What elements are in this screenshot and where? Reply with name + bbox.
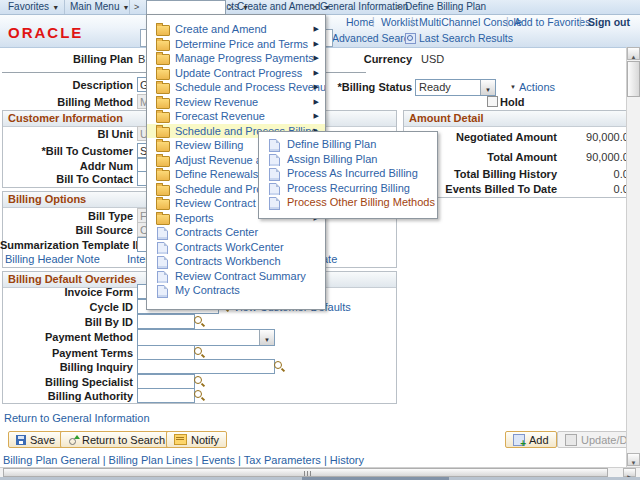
- bill-by-id-lookup-icon[interactable]: [194, 316, 205, 327]
- home-link[interactable]: Home: [346, 16, 374, 28]
- menu-item-review-revenue[interactable]: Review Revenue▶: [147, 95, 325, 110]
- payment-terms-input[interactable]: [137, 345, 195, 360]
- menu-item-schedule-and-process-revenue[interactable]: Schedule and Process Revenue▶: [147, 80, 325, 95]
- menu-item-update-contract-progress[interactable]: Update Contract Progress▶: [147, 66, 325, 81]
- scroll-up-icon: ▲: [631, 54, 637, 60]
- currency-label: Currency: [330, 53, 412, 65]
- dropdown-arrow-button[interactable]: ▼: [259, 330, 274, 345]
- scroll-right-button[interactable]: ▶: [623, 468, 636, 477]
- invoice-form-label: Invoice Form: [0, 286, 133, 298]
- breadcrumb-separator: >: [396, 2, 401, 12]
- negotiated-amount-value: 90,000.00: [556, 131, 635, 143]
- header-link-separator: |: [411, 16, 414, 27]
- breadcrumb-define-billing-plan[interactable]: Define Billing Plan: [405, 1, 486, 12]
- sign-out-link[interactable]: Sign out: [588, 16, 630, 28]
- billing-header-note-link[interactable]: Billing Header Note: [5, 253, 100, 265]
- description-label: Description: [0, 79, 133, 91]
- menu-item-contracts-center[interactable]: Contracts Center: [147, 225, 325, 240]
- tab-events[interactable]: Events: [201, 454, 235, 466]
- actions-link[interactable]: Actions: [519, 81, 555, 93]
- submenu-arrow-icon: ▶: [314, 51, 319, 66]
- menu-item-contracts-workbench[interactable]: Contracts Workbench: [147, 254, 325, 269]
- submenu-item-assign-billing-plan[interactable]: Assign Billing Plan: [259, 152, 437, 167]
- billing-inquiry-lookup-icon[interactable]: [274, 361, 285, 372]
- billing-specialist-label: Billing Specialist: [0, 376, 133, 388]
- menu-item-manage-progress-payments[interactable]: Manage Progress Payments▶: [147, 51, 325, 66]
- last-search-results-icon: [405, 33, 416, 44]
- payment-method-select[interactable]: ▼: [137, 329, 275, 346]
- tab-tax-parameters[interactable]: Tax Parameters: [244, 454, 321, 466]
- last-search-results-link[interactable]: Last Search Results: [419, 32, 513, 44]
- billing-status-select[interactable]: Ready ▼: [415, 79, 496, 96]
- breadcrumb-create-and-amend[interactable]: Create and Amend▼: [237, 1, 330, 12]
- billing-authority-lookup-icon[interactable]: [194, 390, 205, 401]
- billing-plan-label: Billing Plan: [0, 53, 133, 65]
- scroll-down-icon: ▼: [631, 460, 637, 466]
- notify-button[interactable]: Notify: [166, 431, 227, 448]
- bill-to-contact-label: Bill To Contact: [0, 173, 133, 185]
- tab-billing-plan-general[interactable]: Billing Plan General: [3, 454, 100, 466]
- horizontal-scrollbar-thumb[interactable]: [3, 468, 608, 477]
- advanced-search-link[interactable]: Advanced Search: [332, 32, 415, 44]
- vertical-scrollbar[interactable]: ▲ ▼: [626, 47, 640, 467]
- payment-terms-label: Payment Terms: [0, 347, 133, 359]
- breadcrumb-divider: [64, 0, 65, 14]
- billing-inquiry-input[interactable]: [137, 359, 275, 374]
- payment-terms-lookup-icon[interactable]: [194, 347, 205, 358]
- submenu-item-define-billing-plan[interactable]: Define Billing Plan: [259, 137, 437, 152]
- cycle-id-label: Cycle ID: [0, 301, 133, 313]
- summarization-template-id-label: Summarization Template ID: [0, 239, 133, 251]
- page-icon: [269, 154, 280, 167]
- add-button[interactable]: Add: [505, 431, 557, 448]
- vertical-scrollbar-thumb[interactable]: [627, 61, 640, 97]
- menu-item-create-and-amend[interactable]: Create and Amend▶: [147, 22, 325, 37]
- update-display-icon: [565, 434, 577, 446]
- folder-icon: [156, 199, 170, 210]
- save-button[interactable]: Save: [8, 431, 63, 448]
- submenu-item-process-recurring-billing[interactable]: Process Recurring Billing: [259, 181, 437, 196]
- submenu-arrow-icon: ▶: [314, 37, 319, 52]
- bill-by-id-input[interactable]: [137, 314, 195, 329]
- folder-icon: [156, 141, 170, 152]
- submenu-arrow-icon: ▶: [314, 95, 319, 110]
- page-icon: [157, 285, 168, 298]
- breadcrumb-favorites[interactable]: Favorites▼: [8, 1, 59, 12]
- billing-specialist-lookup-icon[interactable]: [194, 376, 205, 387]
- menu-item-review-contract-summary[interactable]: Review Contract Summary: [147, 269, 325, 284]
- events-billed-to-date-value: 0.00: [556, 183, 635, 195]
- folder-icon: [156, 156, 170, 167]
- submenu-arrow-icon: ▶: [314, 80, 319, 95]
- hold-checkbox[interactable]: [487, 96, 498, 107]
- dropdown-arrow-button[interactable]: ▼: [480, 80, 495, 95]
- page-icon: [269, 197, 280, 210]
- submenu-item-process-other-billing-methods[interactable]: Process Other Billing Methods: [259, 195, 437, 210]
- breadcrumb-main-menu[interactable]: Main Menu▼: [70, 1, 129, 12]
- submenu-item-process-as-incurred-billing[interactable]: Process As Incurred Billing: [259, 166, 437, 181]
- return-to-search-button[interactable]: Return to Search: [60, 431, 173, 448]
- add-icon: [513, 434, 525, 446]
- bi-unit-label: BI Unit: [0, 128, 133, 140]
- scroll-up-button[interactable]: ▲: [627, 47, 640, 60]
- bill-source-label: Bill Source: [0, 224, 133, 236]
- chevron-down-icon: ▼: [52, 4, 59, 11]
- menu-item-contracts-workcenter[interactable]: Contracts WorkCenter: [147, 240, 325, 255]
- header-link-separator: |: [579, 16, 582, 27]
- folder-icon: [156, 98, 170, 109]
- folder-icon: [156, 170, 170, 181]
- menu-item-determine-price-and-terms[interactable]: Determine Price and Terms▶: [147, 37, 325, 52]
- peoplesoft-window: Favorites▼ Main Menu▼ > Customer Contrac…: [0, 0, 640, 480]
- return-to-general-information-link[interactable]: Return to General Information: [4, 412, 150, 424]
- oracle-logo: ORACLE: [8, 24, 83, 41]
- tab-history[interactable]: History: [330, 454, 364, 466]
- billing-authority-input[interactable]: [137, 388, 195, 403]
- hold-label: Hold: [500, 96, 540, 108]
- folder-icon: [156, 40, 170, 51]
- scroll-down-button[interactable]: ▼: [627, 453, 640, 466]
- menu-item-forecast-revenue[interactable]: Forecast Revenue▶: [147, 109, 325, 124]
- folder-icon: [156, 54, 170, 65]
- folder-icon: [156, 185, 170, 196]
- breadcrumb-divider: [129, 0, 130, 14]
- tab-billing-plan-lines[interactable]: Billing Plan Lines: [109, 454, 193, 466]
- billing-specialist-input[interactable]: [137, 374, 195, 389]
- menu-item-my-contracts[interactable]: My Contracts: [147, 283, 325, 298]
